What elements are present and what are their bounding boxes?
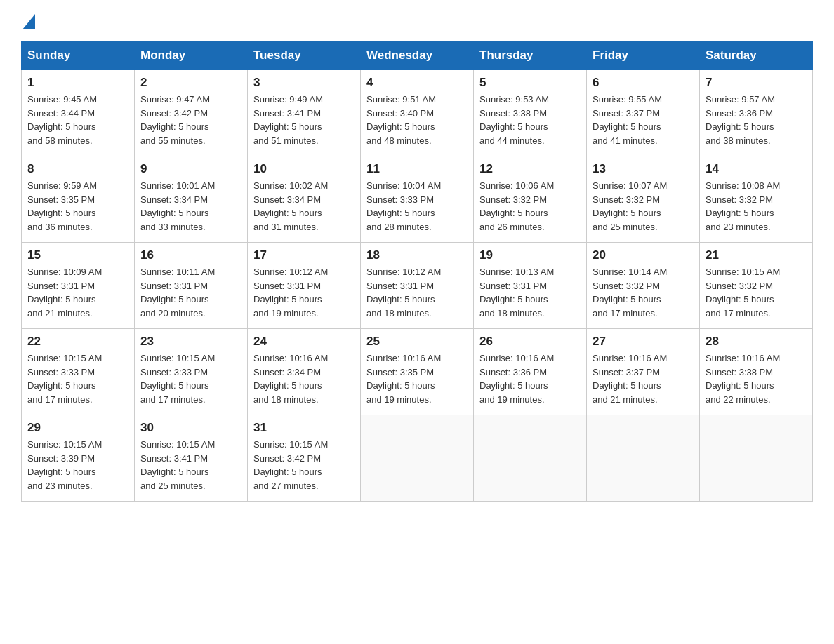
day-info: Sunrise: 10:09 AMSunset: 3:31 PMDaylight… xyxy=(27,265,128,320)
calendar-cell: 29Sunrise: 10:15 AMSunset: 3:39 PMDaylig… xyxy=(22,415,135,502)
calendar-cell: 1Sunrise: 9:45 AMSunset: 3:44 PMDaylight… xyxy=(22,70,135,156)
day-info: Sunrise: 10:15 AMSunset: 3:41 PMDaylight… xyxy=(140,438,241,492)
svg-marker-0 xyxy=(22,14,35,29)
calendar-cell: 13Sunrise: 10:07 AMSunset: 3:32 PMDaylig… xyxy=(587,156,700,243)
day-number: 23 xyxy=(140,335,241,349)
calendar-cell: 21Sunrise: 10:15 AMSunset: 3:32 PMDaylig… xyxy=(700,243,813,329)
day-number: 24 xyxy=(253,335,355,349)
day-info: Sunrise: 10:16 AMSunset: 3:38 PMDaylight… xyxy=(706,351,807,406)
calendar-cell: 14Sunrise: 10:08 AMSunset: 3:32 PMDaylig… xyxy=(700,156,813,243)
day-number: 25 xyxy=(366,335,468,349)
day-number: 20 xyxy=(593,248,694,262)
day-info: Sunrise: 10:07 AMSunset: 3:32 PMDaylight… xyxy=(593,179,694,234)
week-row-1: 1Sunrise: 9:45 AMSunset: 3:44 PMDaylight… xyxy=(22,70,813,156)
column-header-tuesday: Tuesday xyxy=(248,41,361,70)
day-info: Sunrise: 9:47 AMSunset: 3:42 PMDaylight:… xyxy=(140,93,241,147)
day-info: Sunrise: 10:16 AMSunset: 3:37 PMDaylight… xyxy=(593,351,694,406)
day-info: Sunrise: 10:15 AMSunset: 3:42 PMDaylight… xyxy=(253,438,355,492)
calendar-cell: 26Sunrise: 10:16 AMSunset: 3:36 PMDaylig… xyxy=(474,329,587,415)
header-row: SundayMondayTuesdayWednesdayThursdayFrid… xyxy=(22,41,813,70)
calendar-cell: 9Sunrise: 10:01 AMSunset: 3:34 PMDayligh… xyxy=(135,156,248,243)
day-number: 30 xyxy=(140,421,241,435)
day-info: Sunrise: 10:16 AMSunset: 3:35 PMDaylight… xyxy=(366,351,468,406)
calendar-cell: 15Sunrise: 10:09 AMSunset: 3:31 PMDaylig… xyxy=(22,243,135,329)
day-number: 7 xyxy=(706,76,807,90)
week-row-2: 8Sunrise: 9:59 AMSunset: 3:35 PMDaylight… xyxy=(22,156,813,243)
day-number: 28 xyxy=(706,335,807,349)
day-number: 2 xyxy=(140,76,241,90)
day-info: Sunrise: 10:06 AMSunset: 3:32 PMDaylight… xyxy=(479,179,581,234)
calendar-cell: 8Sunrise: 9:59 AMSunset: 3:35 PMDaylight… xyxy=(22,156,135,243)
day-number: 5 xyxy=(479,76,581,90)
day-info: Sunrise: 10:16 AMSunset: 3:34 PMDaylight… xyxy=(253,351,355,406)
day-info: Sunrise: 10:14 AMSunset: 3:32 PMDaylight… xyxy=(593,265,694,320)
calendar-cell: 18Sunrise: 10:12 AMSunset: 3:31 PMDaylig… xyxy=(361,243,474,329)
day-number: 6 xyxy=(593,76,694,90)
day-info: Sunrise: 10:01 AMSunset: 3:34 PMDaylight… xyxy=(140,179,241,234)
day-number: 18 xyxy=(366,248,468,262)
day-info: Sunrise: 9:49 AMSunset: 3:41 PMDaylight:… xyxy=(253,93,355,147)
day-info: Sunrise: 9:55 AMSunset: 3:37 PMDaylight:… xyxy=(593,93,694,147)
day-number: 3 xyxy=(253,76,355,90)
week-row-3: 15Sunrise: 10:09 AMSunset: 3:31 PMDaylig… xyxy=(22,243,813,329)
column-header-sunday: Sunday xyxy=(22,41,135,70)
calendar-cell: 23Sunrise: 10:15 AMSunset: 3:33 PMDaylig… xyxy=(135,329,248,415)
day-number: 13 xyxy=(593,162,694,176)
day-number: 16 xyxy=(140,248,241,262)
calendar-cell: 27Sunrise: 10:16 AMSunset: 3:37 PMDaylig… xyxy=(587,329,700,415)
day-number: 4 xyxy=(366,76,468,90)
day-info: Sunrise: 10:15 AMSunset: 3:33 PMDaylight… xyxy=(27,351,128,406)
page-header xyxy=(21,14,813,29)
logo xyxy=(21,14,35,29)
week-row-4: 22Sunrise: 10:15 AMSunset: 3:33 PMDaylig… xyxy=(22,329,813,415)
calendar-cell: 7Sunrise: 9:57 AMSunset: 3:36 PMDaylight… xyxy=(700,70,813,156)
day-info: Sunrise: 10:12 AMSunset: 3:31 PMDaylight… xyxy=(366,265,468,320)
day-info: Sunrise: 9:51 AMSunset: 3:40 PMDaylight:… xyxy=(366,93,468,147)
day-number: 11 xyxy=(366,162,468,176)
day-number: 10 xyxy=(253,162,355,176)
calendar-cell xyxy=(587,415,700,502)
day-info: Sunrise: 9:45 AMSunset: 3:44 PMDaylight:… xyxy=(27,93,128,147)
day-number: 12 xyxy=(479,162,581,176)
day-number: 21 xyxy=(706,248,807,262)
day-number: 22 xyxy=(27,335,128,349)
column-header-thursday: Thursday xyxy=(474,41,587,70)
week-row-5: 29Sunrise: 10:15 AMSunset: 3:39 PMDaylig… xyxy=(22,415,813,502)
day-info: Sunrise: 9:57 AMSunset: 3:36 PMDaylight:… xyxy=(706,93,807,147)
day-number: 17 xyxy=(253,248,355,262)
day-number: 26 xyxy=(479,335,581,349)
calendar-cell: 3Sunrise: 9:49 AMSunset: 3:41 PMDaylight… xyxy=(248,70,361,156)
day-info: Sunrise: 9:53 AMSunset: 3:38 PMDaylight:… xyxy=(479,93,581,147)
calendar-cell: 19Sunrise: 10:13 AMSunset: 3:31 PMDaylig… xyxy=(474,243,587,329)
day-number: 31 xyxy=(253,421,355,435)
column-header-saturday: Saturday xyxy=(700,41,813,70)
calendar-cell xyxy=(700,415,813,502)
calendar-cell: 10Sunrise: 10:02 AMSunset: 3:34 PMDaylig… xyxy=(248,156,361,243)
calendar-cell: 28Sunrise: 10:16 AMSunset: 3:38 PMDaylig… xyxy=(700,329,813,415)
day-number: 29 xyxy=(27,421,128,435)
calendar-cell: 12Sunrise: 10:06 AMSunset: 3:32 PMDaylig… xyxy=(474,156,587,243)
calendar-cell: 25Sunrise: 10:16 AMSunset: 3:35 PMDaylig… xyxy=(361,329,474,415)
day-number: 14 xyxy=(706,162,807,176)
day-number: 8 xyxy=(27,162,128,176)
day-info: Sunrise: 10:15 AMSunset: 3:39 PMDaylight… xyxy=(27,438,128,492)
calendar-cell xyxy=(361,415,474,502)
day-info: Sunrise: 10:12 AMSunset: 3:31 PMDaylight… xyxy=(253,265,355,320)
day-info: Sunrise: 10:11 AMSunset: 3:31 PMDaylight… xyxy=(140,265,241,320)
day-number: 19 xyxy=(479,248,581,262)
day-info: Sunrise: 10:02 AMSunset: 3:34 PMDaylight… xyxy=(253,179,355,234)
calendar-cell: 24Sunrise: 10:16 AMSunset: 3:34 PMDaylig… xyxy=(248,329,361,415)
calendar-cell: 16Sunrise: 10:11 AMSunset: 3:31 PMDaylig… xyxy=(135,243,248,329)
calendar-cell: 31Sunrise: 10:15 AMSunset: 3:42 PMDaylig… xyxy=(248,415,361,502)
column-header-friday: Friday xyxy=(587,41,700,70)
calendar-cell: 17Sunrise: 10:12 AMSunset: 3:31 PMDaylig… xyxy=(248,243,361,329)
day-number: 9 xyxy=(140,162,241,176)
day-number: 1 xyxy=(27,76,128,90)
calendar-cell: 4Sunrise: 9:51 AMSunset: 3:40 PMDaylight… xyxy=(361,70,474,156)
logo-triangle-icon xyxy=(22,14,35,29)
calendar-cell: 2Sunrise: 9:47 AMSunset: 3:42 PMDaylight… xyxy=(135,70,248,156)
calendar-cell: 6Sunrise: 9:55 AMSunset: 3:37 PMDaylight… xyxy=(587,70,700,156)
calendar-cell: 5Sunrise: 9:53 AMSunset: 3:38 PMDaylight… xyxy=(474,70,587,156)
column-header-monday: Monday xyxy=(135,41,248,70)
day-info: Sunrise: 10:08 AMSunset: 3:32 PMDaylight… xyxy=(706,179,807,234)
